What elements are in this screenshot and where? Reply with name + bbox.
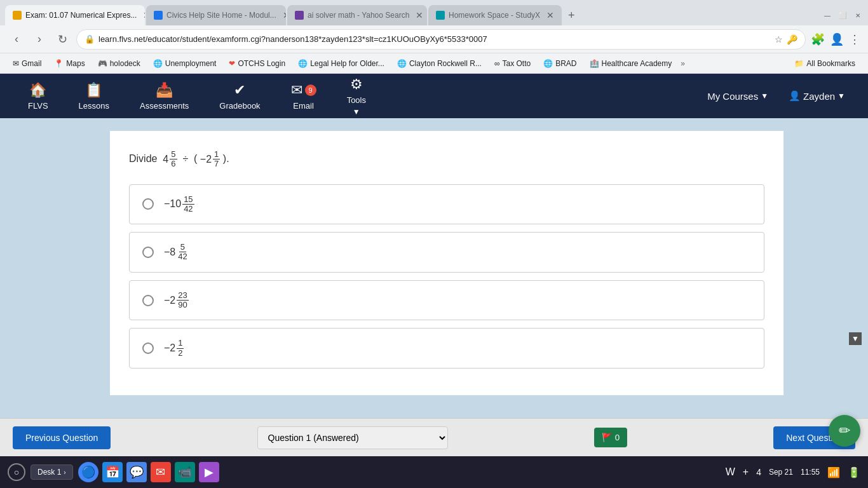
flag-button[interactable]: 🚩 0 bbox=[594, 428, 627, 447]
taskbar-calendar-icon[interactable]: 📅 bbox=[102, 462, 123, 482]
nav-email[interactable]: ✉ 9 Email bbox=[276, 82, 332, 111]
healthcare-icon: 🏥 bbox=[590, 59, 599, 68]
tools-dropdown-icon: ▼ bbox=[353, 107, 360, 116]
bookmark-label-gmail: Gmail bbox=[22, 59, 41, 68]
star-icon[interactable]: ☆ bbox=[775, 34, 783, 44]
lessons-label: Lessons bbox=[79, 101, 109, 111]
gmail-taskbar-icon: ✉ bbox=[156, 465, 165, 479]
bookmark-label-clayton: Clayton Rockwell R... bbox=[409, 59, 482, 68]
question-select[interactable]: Question 1 (Answered) bbox=[257, 426, 448, 449]
tab-active[interactable]: Exam: 01.07 Numerical Expres... ✕ bbox=[5, 5, 145, 25]
profile-icon[interactable]: 👤 bbox=[830, 32, 844, 46]
nav-lessons[interactable]: 📋 Lessons bbox=[64, 82, 125, 111]
nav-home[interactable]: 🏠 FLVS bbox=[13, 82, 64, 111]
forward-button[interactable]: › bbox=[31, 30, 48, 48]
answer-text-c: −2 23 90 bbox=[164, 291, 189, 310]
my-courses-label: My Courses bbox=[707, 91, 758, 102]
bookmark-unemployment[interactable]: 🌐 Unemployment bbox=[148, 58, 222, 69]
scroll-down-button[interactable]: ▼ bbox=[849, 332, 862, 345]
nav-assessments[interactable]: 📥 Assessments bbox=[125, 82, 204, 111]
chrome-icon: 🔵 bbox=[81, 465, 95, 479]
previous-question-button[interactable]: Previous Question bbox=[13, 426, 111, 449]
maximize-button[interactable]: ⬜ bbox=[837, 10, 848, 20]
taskbar-meet-icon[interactable]: 📹 bbox=[175, 462, 195, 482]
all-bookmarks-button[interactable]: 📁 All Bookmarks bbox=[789, 58, 860, 69]
answer-option-a[interactable]: −10 15 42 bbox=[129, 184, 764, 225]
tab-close-1[interactable]: ✕ bbox=[143, 10, 145, 20]
bookmark-otchs[interactable]: ❤ OTCHS Login bbox=[224, 58, 290, 69]
taskbar-chrome-icon[interactable]: 🔵 bbox=[78, 462, 98, 482]
user-button[interactable]: 👤 Zayden ▼ bbox=[778, 90, 855, 102]
tab-close-4[interactable]: ✕ bbox=[546, 10, 554, 20]
main-wrapper: Divide 4 5 6 ÷ ( −2 1 7 bbox=[0, 118, 868, 418]
reload-button[interactable]: ↻ bbox=[53, 30, 71, 48]
otchs-icon: ❤ bbox=[229, 59, 235, 68]
my-courses-button[interactable]: My Courses ▼ bbox=[697, 91, 778, 102]
radio-b[interactable] bbox=[142, 247, 154, 258]
bookmark-clayton[interactable]: 🌐 Clayton Rockwell R... bbox=[392, 58, 487, 69]
taskbar-circle: ○ bbox=[8, 463, 25, 481]
tab-2[interactable]: Civics Help Site Home - Modul... ✕ bbox=[146, 5, 286, 25]
gmail-icon: ✉ bbox=[13, 59, 19, 68]
extensions-icon[interactable]: 🧩 bbox=[811, 32, 825, 46]
helper-fab-button[interactable]: ✏ bbox=[829, 415, 860, 447]
tab-label-2: Civics Help Site Home - Modul... bbox=[166, 11, 276, 20]
email-label: Email bbox=[293, 101, 314, 111]
mixed-num-2: −2 1 7 bbox=[200, 150, 220, 169]
answer-option-c[interactable]: −2 23 90 bbox=[129, 280, 764, 321]
assessments-label: Assessments bbox=[140, 101, 189, 111]
bookmark-label-holodeck: holodeck bbox=[110, 59, 140, 68]
question-card: Divide 4 5 6 ÷ ( −2 1 7 bbox=[110, 131, 783, 395]
bookmark-legal[interactable]: 🌐 Legal Help for Older... bbox=[293, 58, 390, 69]
address-bar[interactable]: 🔒 learn.flvs.net/educator/student/examfo… bbox=[76, 29, 806, 50]
fraction-1: 5 6 bbox=[170, 150, 177, 169]
legal-icon: 🌐 bbox=[298, 59, 308, 68]
answer-option-b[interactable]: −8 5 42 bbox=[129, 232, 764, 273]
close-button[interactable]: ✕ bbox=[853, 10, 863, 20]
bookmark-brad[interactable]: 🌐 BRAD bbox=[538, 58, 581, 69]
time-label: 11:55 bbox=[801, 468, 820, 477]
nav-gradebook[interactable]: ✔ Gradebook bbox=[204, 82, 275, 111]
back-button[interactable]: ‹ bbox=[8, 30, 25, 48]
taskbar-chat-icon[interactable]: 💬 bbox=[126, 462, 147, 482]
bookmark-holodeck[interactable]: 🎮 holodeck bbox=[93, 58, 146, 69]
all-bookmarks-label: All Bookmarks bbox=[806, 59, 855, 68]
more-bookmarks-button[interactable]: » bbox=[681, 59, 685, 68]
bookmark-label-healthcare: Healthcare Academy bbox=[602, 59, 672, 68]
holodeck-icon: 🎮 bbox=[98, 59, 107, 68]
answer-option-d[interactable]: −2 1 2 bbox=[129, 328, 764, 369]
nav-tools[interactable]: ⚙ Tools ▼ bbox=[332, 76, 381, 116]
bookmark-maps[interactable]: 📍 Maps bbox=[49, 58, 90, 69]
scroll-indicator: ▼ bbox=[849, 332, 862, 345]
taskbar-gmail-icon[interactable]: ✉ bbox=[151, 462, 171, 482]
tab-close-2[interactable]: ✕ bbox=[283, 10, 286, 20]
taskbar-app-icon[interactable]: ▶ bbox=[199, 462, 219, 482]
user-label: Zayden bbox=[803, 91, 835, 102]
bookmark-taxotto[interactable]: ∞ Tax Otto bbox=[489, 58, 536, 69]
tab-3[interactable]: ai solver math - Yahoo Search ✕ bbox=[287, 5, 427, 25]
bookmark-healthcare[interactable]: 🏥 Healthcare Academy bbox=[585, 58, 677, 69]
answer-text-a: −10 15 42 bbox=[164, 195, 194, 214]
minimize-button[interactable]: — bbox=[822, 10, 832, 20]
word-icon: W bbox=[726, 466, 735, 478]
flag-icon: 🚩 bbox=[602, 433, 613, 442]
my-courses-dropdown-icon: ▼ bbox=[761, 92, 768, 100]
email-icon: ✉ 9 bbox=[291, 82, 316, 98]
question-prompt-text: Divide bbox=[129, 153, 160, 164]
key-icon[interactable]: 🔑 bbox=[787, 34, 797, 44]
desk-button[interactable]: Desk 1 › bbox=[31, 464, 73, 480]
new-tab-button[interactable]: + bbox=[563, 6, 580, 25]
unemployment-icon: 🌐 bbox=[153, 59, 163, 68]
radio-c[interactable] bbox=[142, 295, 154, 306]
radio-d[interactable] bbox=[142, 342, 154, 354]
gradebook-icon: ✔ bbox=[234, 82, 245, 98]
tools-icon: ⚙ bbox=[350, 76, 363, 93]
bookmark-gmail[interactable]: ✉ Gmail bbox=[8, 58, 46, 69]
address-text: learn.flvs.net/educator/student/examform… bbox=[98, 34, 771, 44]
menu-icon[interactable]: ⋮ bbox=[849, 32, 860, 46]
radio-a[interactable] bbox=[142, 198, 154, 210]
tab-4[interactable]: Homework Space - StudyX ✕ bbox=[428, 5, 562, 25]
assessments-icon: 📥 bbox=[156, 82, 173, 98]
tab-close-3[interactable]: ✕ bbox=[416, 10, 423, 20]
lessons-icon: 📋 bbox=[85, 82, 102, 98]
